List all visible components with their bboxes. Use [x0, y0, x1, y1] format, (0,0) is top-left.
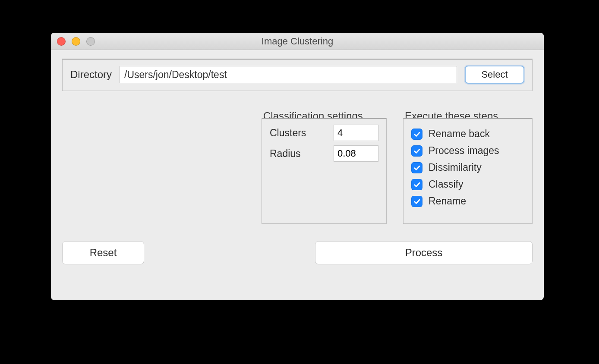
step-row: Classify [411, 179, 524, 190]
step-label: Classify [429, 179, 463, 190]
step-row: Dissimilarity [411, 162, 524, 173]
select-button[interactable]: Select [465, 66, 524, 84]
step-label: Process images [429, 145, 499, 157]
step-label: Rename back [429, 128, 490, 140]
step-row: Process images [411, 145, 524, 157]
checkbox[interactable] [411, 129, 422, 140]
directory-group: Directory Select [62, 59, 533, 91]
radius-input[interactable] [334, 145, 378, 162]
maximize-icon[interactable] [86, 37, 95, 46]
content-area: Directory Select Classification settings… [51, 50, 544, 275]
window-title: Image Clustering [51, 36, 544, 47]
directory-input[interactable] [120, 66, 457, 83]
checkbox[interactable] [411, 145, 422, 157]
close-icon[interactable] [57, 37, 66, 46]
check-icon [413, 164, 421, 172]
window-controls [51, 37, 95, 46]
check-icon [413, 181, 421, 188]
clusters-label: Clusters [270, 127, 306, 139]
layout-spacer [161, 241, 299, 264]
step-row: Rename [411, 195, 524, 207]
layout-spacer [62, 107, 245, 224]
clusters-input[interactable] [334, 125, 378, 141]
titlebar: Image Clustering [51, 33, 544, 50]
classification-settings-group: Classification settings Clusters Radius [262, 118, 387, 224]
reset-button[interactable]: Reset [62, 241, 144, 264]
check-icon [413, 147, 421, 155]
check-icon [413, 130, 421, 138]
minimize-icon[interactable] [72, 37, 80, 46]
check-icon [413, 198, 421, 205]
directory-label: Directory [70, 69, 112, 81]
radius-label: Radius [270, 148, 301, 160]
step-label: Dissimilarity [429, 162, 482, 173]
step-label: Rename [429, 195, 466, 207]
checkbox[interactable] [411, 162, 422, 173]
step-row: Rename back [411, 128, 524, 140]
checkbox[interactable] [411, 179, 422, 190]
app-window: Image Clustering Directory Select Classi… [51, 33, 544, 300]
checkbox[interactable] [411, 196, 422, 207]
process-button[interactable]: Process [315, 241, 533, 264]
execute-steps-group: Execute these steps Rename backProcess i… [403, 118, 533, 224]
